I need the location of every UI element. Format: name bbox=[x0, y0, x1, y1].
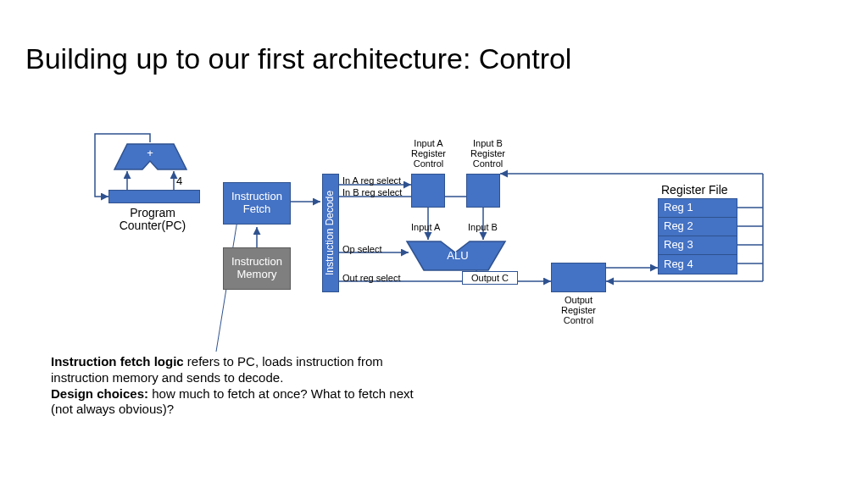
diagram-canvas: + 4 Program Counter(PC) Instruction Fetc… bbox=[0, 0, 868, 488]
in-a-reg-select-label: In A reg select bbox=[342, 175, 401, 186]
register-file-title: Register File bbox=[661, 183, 728, 197]
input-a-label: Input A bbox=[411, 222, 440, 232]
input-a-register-control bbox=[411, 174, 445, 208]
caption: Instruction fetch logic refers to PC, lo… bbox=[51, 354, 415, 418]
alu-label: ALU bbox=[441, 248, 475, 263]
pc-register bbox=[108, 190, 200, 203]
output-register-control bbox=[551, 263, 606, 292]
out-reg-select-label: Out reg select bbox=[342, 273, 400, 283]
input-b-register-control bbox=[466, 174, 500, 208]
adder-plus: + bbox=[142, 146, 158, 161]
register-row: Reg 1 bbox=[659, 199, 737, 218]
instruction-memory: Instruction Memory bbox=[223, 247, 291, 290]
output-register-control-label: Output Register Control bbox=[551, 295, 606, 325]
caption-p1-bold: Instruction fetch logic bbox=[51, 354, 184, 369]
register-row: Reg 4 bbox=[659, 255, 737, 274]
output-c: Output C bbox=[462, 271, 518, 285]
register-file: Reg 1 Reg 2 Reg 3 Reg 4 bbox=[658, 198, 737, 274]
input-b-label: Input B bbox=[468, 222, 498, 232]
op-select-label: Op select bbox=[342, 244, 381, 254]
pc-label: Program Counter(PC) bbox=[106, 207, 199, 233]
instruction-decode: Instruction Decode bbox=[322, 174, 339, 292]
in-b-reg-select-label: In B reg select bbox=[342, 187, 402, 197]
register-row: Reg 3 bbox=[659, 236, 737, 255]
register-row: Reg 2 bbox=[659, 218, 737, 236]
constant-4: 4 bbox=[176, 175, 182, 187]
input-b-ctrl-label: Input B Register Control bbox=[465, 138, 511, 169]
instruction-fetch: Instruction Fetch bbox=[223, 182, 291, 225]
caption-p2-bold: Design choices: bbox=[51, 386, 148, 401]
input-a-ctrl-label: Input A Register Control bbox=[405, 138, 452, 169]
